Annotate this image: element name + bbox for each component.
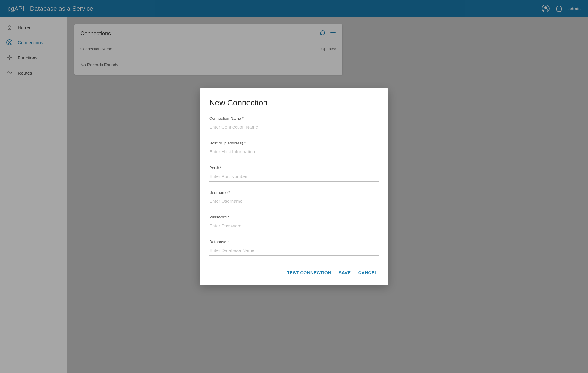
dialog-title: New Connection: [209, 98, 379, 108]
label-username: Username *: [209, 190, 379, 195]
input-database[interactable]: [209, 246, 379, 256]
label-database: Database *: [209, 240, 379, 244]
new-connection-dialog: New Connection Connection Name * Host(or…: [200, 88, 388, 285]
dialog-actions: TEST CONNECTION SAVE CANCEL: [209, 264, 379, 278]
input-port[interactable]: [209, 172, 379, 182]
form-group-username: Username *: [209, 190, 379, 206]
label-port: Port# *: [209, 165, 379, 170]
form-group-connection-name: Connection Name *: [209, 116, 379, 132]
label-password: Password *: [209, 215, 379, 219]
input-username[interactable]: [209, 197, 379, 206]
label-host: Host(or ip address) *: [209, 141, 379, 145]
form-group-password: Password *: [209, 215, 379, 231]
form-group-port: Port# *: [209, 165, 379, 182]
cancel-button[interactable]: CANCEL: [357, 268, 379, 278]
input-host[interactable]: [209, 147, 379, 157]
form-group-host: Host(or ip address) *: [209, 141, 379, 157]
save-button[interactable]: SAVE: [338, 268, 352, 278]
form-group-database: Database *: [209, 240, 379, 256]
test-connection-button[interactable]: TEST CONNECTION: [286, 268, 333, 278]
modal-overlay[interactable]: New Connection Connection Name * Host(or…: [0, 0, 588, 373]
input-password[interactable]: [209, 221, 379, 231]
label-connection-name: Connection Name *: [209, 116, 379, 121]
input-connection-name[interactable]: [209, 123, 379, 132]
